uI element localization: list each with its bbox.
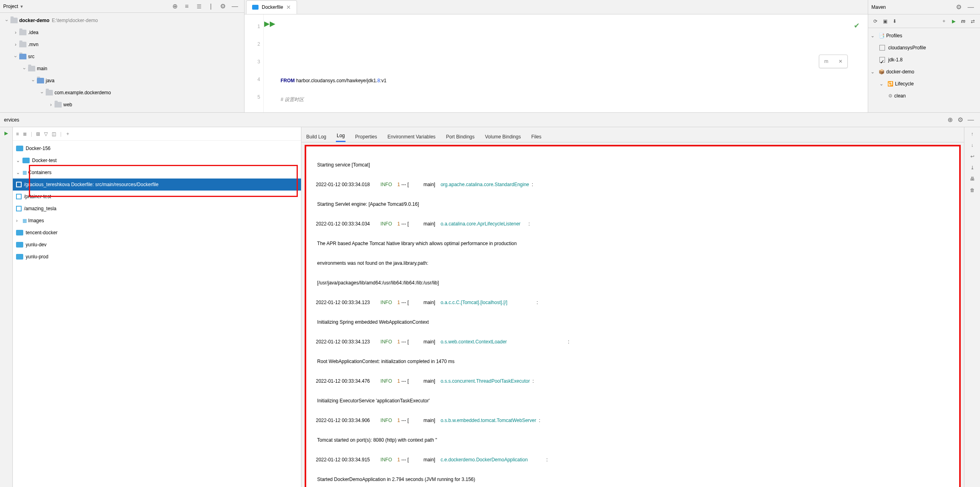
group-icon[interactable]: ⊞	[36, 131, 40, 137]
images-icon: ▦	[22, 215, 27, 227]
collapse-all-icon[interactable]: ≣	[194, 1, 204, 12]
tab-properties[interactable]: Properties	[354, 132, 378, 142]
maven-profiles[interactable]: Profiles	[886, 30, 902, 42]
dropdown-icon[interactable]: ▾	[20, 4, 23, 9]
run-icon[interactable]: ▶	[4, 130, 8, 136]
services-tree-panel: ≡ ≣ | ⊞ ▽ ◫ | ＋ Docker-156 Docker-test ▦…	[13, 127, 301, 487]
editor-tab-label: Dockerfile	[262, 4, 283, 10]
tree-item-java[interactable]: java	[46, 75, 55, 87]
gear-icon[interactable]: ⚙	[954, 2, 964, 12]
container-icon	[16, 206, 22, 211]
run-gutter[interactable]: ▶▶	[264, 14, 276, 112]
clear-icon[interactable]: 🗑	[970, 187, 975, 193]
gear-icon[interactable]: ⚙	[218, 1, 228, 12]
tab-log[interactable]: Log	[336, 130, 346, 142]
filter-icon[interactable]: ▽	[44, 131, 48, 137]
tree-item-idea[interactable]: .idea	[28, 26, 38, 39]
maven-m-icon[interactable]: m	[958, 18, 968, 24]
scroll-up-icon[interactable]: ↑	[971, 131, 974, 137]
tencent-docker[interactable]: tencent-docker	[26, 227, 57, 239]
containers-icon: ▦	[22, 166, 27, 179]
tree-item-src[interactable]: src	[28, 51, 34, 63]
tab-volume-bindings[interactable]: Volume Bindings	[484, 132, 521, 142]
containers-node[interactable]: Containers	[28, 166, 51, 179]
analysis-ok-icon[interactable]: ✔	[854, 17, 860, 34]
docker-test[interactable]: Docker-test	[32, 154, 57, 166]
services-title: ervices	[4, 117, 19, 123]
maven-toolbar: ⟳ ▣ ⬇ ＋ ▶ m ⇄	[868, 14, 980, 28]
hide-icon[interactable]: —	[966, 2, 976, 12]
services-tree-toolbar: ≡ ≣ | ⊞ ▽ ◫ | ＋	[13, 127, 301, 141]
layout-icon[interactable]: ◫	[52, 131, 56, 137]
checkbox[interactable]	[879, 45, 885, 51]
maven-clean[interactable]: clean	[894, 90, 906, 102]
profiles-icon: 📑	[879, 30, 885, 42]
container-gracious[interactable]: /gracious_tereshkova Dockerfile: src/mai…	[13, 179, 301, 191]
container-icon	[16, 182, 22, 187]
tree-item-pkg[interactable]: com.example.dockerdemo	[55, 87, 111, 99]
profile-cloudansys[interactable]: cloudansysProfile	[888, 42, 926, 54]
add-icon[interactable]: ＋	[939, 18, 949, 24]
toggle-icon[interactable]: ⇄	[968, 18, 978, 24]
docker-156[interactable]: Docker-156	[26, 142, 51, 154]
scroll-down-icon[interactable]: ↓	[971, 142, 974, 148]
add-icon[interactable]: ＋	[65, 130, 70, 137]
tab-files[interactable]: Files	[530, 132, 542, 142]
download-icon[interactable]: ⬇	[890, 18, 899, 24]
folder-icon	[10, 18, 18, 23]
close-icon[interactable]: ✕	[839, 53, 843, 70]
gear-icon: ⚙	[888, 90, 893, 102]
refresh-icon[interactable]: ⟳	[871, 18, 880, 24]
tree-item-mvn[interactable]: .mvn	[28, 39, 38, 51]
generate-icon[interactable]: ▣	[880, 18, 890, 24]
lifecycle-icon: 🔁	[887, 78, 893, 90]
tab-build-log[interactable]: Build Log	[305, 132, 327, 142]
soft-wrap-icon[interactable]: ↩	[970, 154, 974, 159]
run-icon[interactable]: ▶	[949, 18, 958, 24]
code-area[interactable]: ✔ m✕ FROM harbor.cloudansys.com/hawkeye/…	[276, 14, 868, 112]
container-amazing[interactable]: /amazing_tesla	[24, 203, 57, 215]
folder-icon	[19, 42, 26, 47]
gear-icon[interactable]: ⚙	[955, 116, 966, 124]
yunlu-dev[interactable]: yunlu-dev	[26, 239, 46, 251]
profile-jdk[interactable]: jdk-1.8	[888, 54, 903, 66]
maven-lifecycle[interactable]: Lifecycle	[895, 78, 914, 90]
docker-icon	[22, 158, 30, 163]
hide-icon[interactable]: —	[966, 116, 976, 124]
project-path: E:\temp\docker-demo	[52, 14, 98, 26]
maven-project[interactable]: docker-demo	[886, 66, 914, 78]
tab-env-vars[interactable]: Environment Variables	[387, 132, 436, 142]
container-prtainer[interactable]: /prtainer-test	[24, 191, 51, 203]
print-icon[interactable]: 🖶	[970, 176, 975, 182]
locate-icon[interactable]: ⊕	[170, 1, 180, 12]
scroll-to-end-icon[interactable]: ⤓	[970, 165, 974, 170]
project-panel-header: Project ▾ ⊕ ≡ ≣ | ⚙ —	[0, 0, 244, 13]
maven-tree[interactable]: 📑Profiles cloudansysProfile jdk-1.8 📦doc…	[868, 28, 980, 103]
images-node[interactable]: Images	[28, 215, 44, 227]
services-tree[interactable]: Docker-156 Docker-test ▦ Containers /gra…	[13, 141, 301, 487]
project-root[interactable]: docker-demo	[19, 14, 49, 26]
divider: |	[206, 1, 216, 12]
checkbox[interactable]	[879, 57, 885, 63]
editor-tab-dockerfile[interactable]: Dockerfile ✕	[246, 0, 297, 14]
log-output[interactable]: Starting service [Tomcat] 2022-01-12 00:…	[305, 145, 961, 487]
package-icon	[55, 102, 62, 108]
docker-icon	[252, 5, 259, 10]
close-icon[interactable]: ✕	[286, 4, 291, 10]
project-panel: Project ▾ ⊕ ≡ ≣ | ⚙ — docker-demoE:\temp…	[0, 0, 244, 112]
collapse-icon[interactable]: ≣	[23, 131, 27, 137]
context-actions-popup[interactable]: m✕	[819, 55, 848, 68]
expand-icon[interactable]: ≡	[16, 131, 19, 137]
docker-icon	[16, 146, 23, 151]
tree-item-main[interactable]: main	[37, 63, 47, 75]
hide-icon[interactable]: —	[230, 1, 240, 12]
locate-icon[interactable]: ⊕	[945, 116, 955, 124]
maven-panel: Maven⚙— ⟳ ▣ ⬇ ＋ ▶ m ⇄ 📑Profiles cloudans…	[868, 0, 980, 112]
expand-all-icon[interactable]: ≡	[182, 1, 192, 12]
folder-icon	[19, 30, 26, 35]
yunlu-prod[interactable]: yunlu-prod	[26, 251, 48, 263]
tree-item-web[interactable]: web	[63, 99, 72, 111]
docker-icon	[16, 230, 23, 235]
tab-port-bindings[interactable]: Port Bindings	[445, 132, 475, 142]
project-tree[interactable]: docker-demoE:\temp\docker-demo .idea .mv…	[0, 13, 244, 112]
